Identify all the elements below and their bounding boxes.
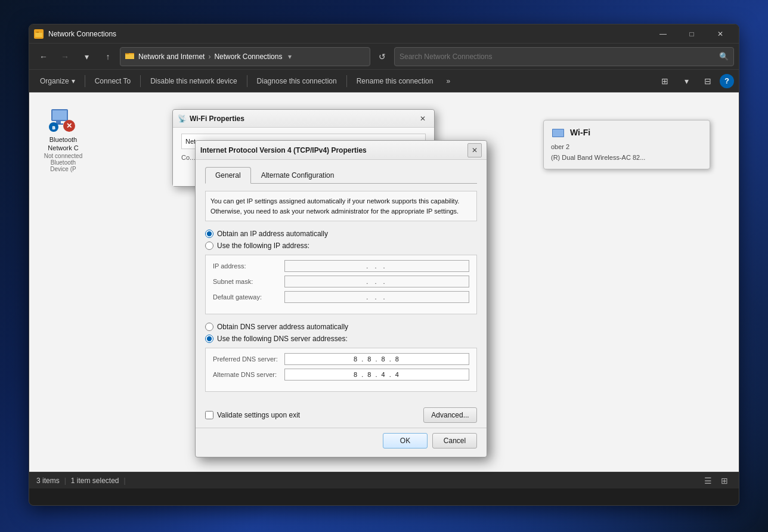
ip-address-label: IP address: [213,262,284,270]
tcp-dialog-close[interactable]: ✕ [467,143,482,157]
tcp-cancel-button[interactable]: Cancel [432,433,477,449]
search-box[interactable]: 🔍 [394,47,734,66]
preferred-dns-row: Preferred DNS server: 8 . 8 . 8 . 8 [213,353,469,365]
default-gateway-input[interactable]: . . . [284,291,469,303]
search-icon: 🔍 [719,52,729,61]
auto-ip-radio[interactable] [205,230,213,238]
wifi-detail1: ober 2 [551,143,569,150]
manual-dns-radio[interactable] [205,335,213,343]
toolbar-divider-1 [85,75,85,87]
tcp-dialog-buttons: OK Cancel [196,428,487,457]
validate-label: Validate settings upon exit [217,411,300,419]
title-bar: Network Connections — □ ✕ [29,24,739,44]
manual-ip-radio[interactable] [205,242,213,250]
auto-dns-radio[interactable] [205,323,213,331]
alternate-dns-row: Alternate DNS server: 8 . 8 . 4 . 4 [213,369,469,381]
window-icon [34,29,44,39]
preferred-dns-label: Preferred DNS server: [213,355,284,363]
items-count: 3 items [36,477,60,485]
connect-to-label: Connect To [95,77,131,85]
svg-text:✕: ✕ [66,122,72,130]
forward-button[interactable]: → [55,47,75,66]
change-view-icon: ⊞ [661,76,668,86]
diagnose-label: Diagnose this connection [257,77,337,85]
dropdown-button[interactable]: ▾ [77,47,96,66]
wifi-dialog-icon: 📡 [178,115,186,123]
auto-dns-row: Obtain DNS server address automatically [205,323,477,331]
status-bar: 3 items | 1 item selected | ☰ ⊞ [29,472,739,488]
toolbar-divider-2 [140,75,141,87]
advanced-button[interactable]: Advanced... [423,407,477,423]
organize-button[interactable]: Organize ▾ [34,72,81,90]
organize-arrow: ▾ [72,77,75,85]
status-sep1: | [64,477,66,485]
toolbar-right: ⊞ ▾ ⊟ ? [655,72,734,90]
close-button[interactable]: ✕ [707,24,734,44]
connect-to-button[interactable]: Connect To [89,72,137,90]
default-gateway-label: Default gateway: [213,293,284,301]
rename-label: Rename this connection [357,77,433,85]
tcp-dialog-titlebar: Internet Protocol Version 4 (TCP/IPv4) P… [196,141,487,160]
validate-row: Validate settings upon exit Advanced... [196,407,487,428]
bluetooth-network-item[interactable]: ✕ ʙ Bluetooth Network C Not connected Bl… [36,100,90,177]
manual-dns-label: Use the following DNS server addresses: [217,335,348,343]
grid-view-button[interactable]: ⊞ [717,474,732,488]
preferred-dns-input[interactable]: 8 . 8 . 8 . 8 [284,353,469,365]
toolbar: Organize ▾ Connect To Disable this netwo… [29,70,739,92]
alternate-dns-label: Alternate DNS server: [213,371,284,378]
selected-count: 1 item selected [71,477,119,485]
subnet-mask-input[interactable]: . . . [284,276,469,287]
subnet-mask-label: Subnet mask: [213,278,284,285]
view-arrow-button[interactable]: ▾ [677,72,696,90]
tcp-dialog-title: Internet Protocol Version 4 (TCP/IPv4) P… [200,146,467,154]
list-view-button[interactable]: ☰ [701,474,715,488]
alternate-dns-input[interactable]: 8 . 8 . 4 . 4 [284,369,469,381]
refresh-button[interactable]: ↺ [373,47,392,66]
search-input[interactable] [400,52,716,61]
address-path[interactable]: Network and Internet › Network Connectio… [120,47,370,66]
ip-address-input[interactable]: . . . [284,260,469,272]
ip-radio-group: Obtain an IP address automatically Use t… [205,230,477,250]
path-network-internet: Network and Internet [138,52,205,61]
wifi-card-title: Wi-Fi [551,126,702,138]
wifi-dialog-title: Wi-Fi Properties [190,115,416,123]
panes-button[interactable]: ⊟ [698,72,717,90]
svg-rect-2 [36,32,39,33]
wifi-detail2: (R) Dual Band Wireless-AC 82... [551,154,645,161]
wifi-details: ober 2 (R) Dual Band Wireless-AC 82... [551,142,702,163]
disable-label: Disable this network device [150,77,237,85]
toolbar-divider-4 [346,75,347,87]
tcp-properties-dialog: Internet Protocol Version 4 (TCP/IPv4) P… [195,140,487,457]
change-view-button[interactable]: ⊞ [655,72,674,90]
bluetooth-name: Bluetooth Network C [41,135,85,153]
tab-alternate-label: Alternate Configuration [261,171,335,180]
path-network-connections: Network Connections [214,52,282,61]
svg-text:ʙ: ʙ [52,124,55,131]
manual-ip-label: Use the following IP address: [217,242,309,250]
tab-alternate[interactable]: Alternate Configuration [251,167,345,184]
rename-button[interactable]: Rename this connection [351,72,439,90]
back-button[interactable]: ← [34,47,53,66]
svg-rect-5 [126,53,129,54]
view-arrow-icon: ▾ [685,76,689,86]
diagnose-button[interactable]: Diagnose this connection [251,72,343,90]
tab-general[interactable]: General [205,167,251,184]
tcp-ok-button[interactable]: OK [383,433,428,449]
dns-radio-group: Obtain DNS server address automatically … [205,323,477,343]
up-button[interactable]: ↑ [98,47,117,66]
tab-general-label: General [215,171,241,180]
wifi-dialog-close[interactable]: ✕ [416,112,429,125]
more-icon: » [446,77,450,85]
bluetooth-status: Not connected [44,153,83,159]
help-button[interactable]: ? [720,74,734,88]
more-button[interactable]: » [440,72,456,90]
organize-label: Organize [40,77,69,85]
path-chevron: ▾ [288,52,292,61]
subnet-mask-row: Subnet mask: . . . [213,276,469,287]
minimize-button[interactable]: — [649,24,677,44]
maximize-button[interactable]: □ [678,24,705,44]
disable-device-button[interactable]: Disable this network device [144,72,243,90]
svg-rect-4 [125,54,134,59]
bluetooth-network-icon: ✕ ʙ [49,104,78,133]
validate-checkbox[interactable] [205,411,213,419]
